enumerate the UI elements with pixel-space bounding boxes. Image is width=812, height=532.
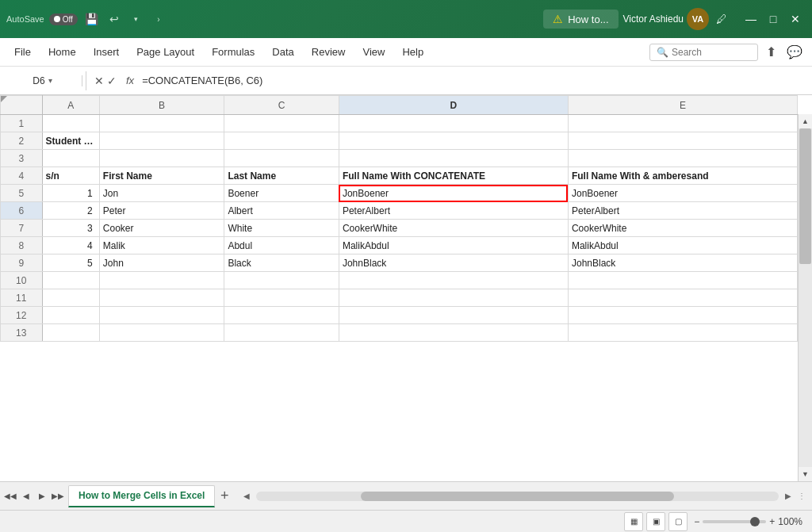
menu-file[interactable]: File	[6, 43, 39, 61]
row-header-1[interactable]: 1	[1, 115, 43, 132]
cell-C10[interactable]	[224, 272, 339, 289]
cell-E6[interactable]: PeterAlbert	[568, 202, 797, 220]
cell-C7[interactable]: White	[224, 220, 339, 237]
cell-A2[interactable]: Student Information	[42, 132, 99, 150]
row-header-4[interactable]: 4	[1, 167, 43, 185]
cell-B5[interactable]: Jon	[99, 185, 224, 202]
cell-C1[interactable]	[224, 115, 339, 132]
cell-B9[interactable]: John	[99, 255, 224, 272]
zoom-plus-icon[interactable]: +	[769, 516, 775, 527]
row-header-7[interactable]: 7	[1, 220, 43, 237]
cell-A1[interactable]	[42, 115, 99, 132]
share-icon[interactable]: ⬆	[760, 41, 782, 63]
nav-next-arrow[interactable]: ▶	[35, 489, 49, 503]
nav-prev-arrow[interactable]: ◀	[19, 489, 33, 503]
cell-D8[interactable]: MalikAbdul	[339, 237, 568, 255]
cell-D11[interactable]	[339, 289, 568, 307]
menu-page-layout[interactable]: Page Layout	[128, 43, 202, 61]
menu-formulas[interactable]: Formulas	[204, 43, 262, 61]
normal-view-button[interactable]: ▦	[624, 512, 643, 531]
minimize-button[interactable]: —	[741, 9, 761, 29]
cell-D12[interactable]	[339, 307, 568, 324]
formula-cancel-icon[interactable]: ✕	[94, 75, 104, 87]
cell-B12[interactable]	[99, 307, 224, 324]
menu-data[interactable]: Data	[264, 43, 301, 61]
col-header-e[interactable]: E	[568, 96, 797, 115]
cell-A7[interactable]: 3	[42, 220, 99, 237]
more-quick-access-icon[interactable]: ›	[149, 10, 168, 29]
col-header-c[interactable]: C	[224, 96, 339, 115]
cell-A8[interactable]: 4	[42, 237, 99, 255]
cell-A11[interactable]	[42, 289, 99, 307]
page-break-view-button[interactable]: ▢	[668, 512, 688, 531]
row-header-13[interactable]: 13	[1, 324, 43, 342]
hscroll-left-arrow[interactable]: ◀	[243, 492, 250, 500]
cell-D7[interactable]: CookerWhite	[339, 220, 568, 237]
menu-home[interactable]: Home	[40, 43, 84, 61]
cell-E7[interactable]: CookerWhite	[568, 220, 797, 237]
cell-C2[interactable]	[224, 132, 339, 150]
row-header-5[interactable]: 5	[1, 185, 43, 202]
formula-confirm-icon[interactable]: ✓	[107, 75, 117, 87]
cell-D9[interactable]: JohnBlack	[339, 255, 568, 272]
row-header-2[interactable]: 2	[1, 132, 43, 150]
menu-insert[interactable]: Insert	[86, 43, 128, 61]
cell-ref-dropdown[interactable]: ▾	[48, 76, 52, 85]
autosave-toggle[interactable]: Off	[49, 13, 78, 25]
nav-first-arrow[interactable]: ◀◀	[3, 489, 17, 503]
cell-A6[interactable]: 2	[42, 202, 99, 220]
col-header-a[interactable]: A	[42, 96, 99, 115]
scroll-up-arrow[interactable]: ▲	[799, 114, 813, 128]
row-header-8[interactable]: 8	[1, 237, 43, 255]
cell-E3[interactable]	[568, 150, 797, 167]
cell-C13[interactable]	[224, 324, 339, 342]
cell-D2[interactable]	[339, 132, 568, 150]
row-header-9[interactable]: 9	[1, 255, 43, 272]
cell-B2[interactable]	[99, 132, 224, 150]
cell-E8[interactable]: MalikAbdul	[568, 237, 797, 255]
cell-D10[interactable]	[339, 272, 568, 289]
cell-reference-box[interactable]: D6 ▾	[3, 75, 82, 86]
cell-B6[interactable]: Peter	[99, 202, 224, 220]
menu-review[interactable]: Review	[304, 43, 354, 61]
menu-view[interactable]: View	[354, 43, 393, 61]
cell-B8[interactable]: Malik	[99, 237, 224, 255]
comments-icon[interactable]: 💬	[783, 41, 806, 63]
cell-A12[interactable]	[42, 307, 99, 324]
close-button[interactable]: ✕	[785, 9, 806, 29]
cell-C3[interactable]	[224, 150, 339, 167]
menu-help[interactable]: Help	[394, 43, 431, 61]
row-header-12[interactable]: 12	[1, 307, 43, 324]
vertical-scrollbar[interactable]: ▲ ▼	[798, 114, 812, 481]
formula-input[interactable]	[139, 75, 809, 86]
cell-D13[interactable]	[339, 324, 568, 342]
cell-A9[interactable]: 5	[42, 255, 99, 272]
cell-B3[interactable]	[99, 150, 224, 167]
cell-E10[interactable]	[568, 272, 797, 289]
cell-A4[interactable]: s/n	[42, 167, 99, 185]
search-input[interactable]	[672, 47, 751, 58]
undo-icon[interactable]: ↩	[105, 10, 124, 29]
zoom-minus-icon[interactable]: −	[694, 516, 699, 527]
cell-E11[interactable]	[568, 289, 797, 307]
cell-D5[interactable]: JonBoener	[339, 185, 568, 202]
row-header-11[interactable]: 11	[1, 289, 43, 307]
cell-C8[interactable]: Abdul	[224, 237, 339, 255]
search-box[interactable]: 🔍	[649, 44, 758, 61]
cell-D4[interactable]: Full Name With CONCATENATE	[339, 167, 568, 185]
nav-last-arrow[interactable]: ▶▶	[51, 489, 65, 503]
undo-dropdown-icon[interactable]: ▾	[127, 10, 146, 29]
cell-B13[interactable]	[99, 324, 224, 342]
save-icon[interactable]: 💾	[82, 10, 102, 29]
cell-C9[interactable]: Black	[224, 255, 339, 272]
row-header-3[interactable]: 3	[1, 150, 43, 167]
row-header-6[interactable]: 6	[1, 202, 43, 220]
cell-C6[interactable]: Albert	[224, 202, 339, 220]
cell-E13[interactable]	[568, 324, 797, 342]
cell-A13[interactable]	[42, 324, 99, 342]
cell-E1[interactable]	[568, 115, 797, 132]
col-header-d[interactable]: D	[339, 96, 568, 115]
cell-B4[interactable]: First Name	[99, 167, 224, 185]
maximize-button[interactable]: □	[763, 9, 783, 29]
cell-B10[interactable]	[99, 272, 224, 289]
